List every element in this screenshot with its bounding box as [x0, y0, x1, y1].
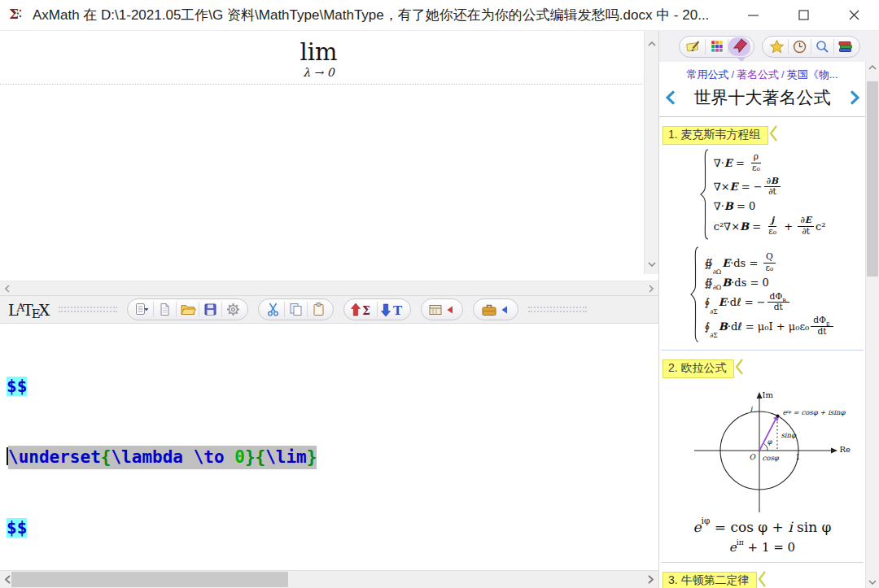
- sidebar-tab-bar: [659, 31, 879, 62]
- minimize-button[interactable]: [728, 0, 778, 30]
- toolbox-group: [473, 298, 518, 320]
- maxwell-int-eq-3[interactable]: ∮∂Σ E·dℓ = −dΦBdt: [704, 292, 834, 313]
- code-line-1[interactable]: $$: [7, 375, 658, 399]
- maxwell-differential-system[interactable]: ∇·E = ρε₀ ∇×E = −∂B∂t ∇·B = 0 c²∇×B = jε…: [659, 149, 865, 240]
- breadcrumb-link-famous[interactable]: 著名公式: [737, 68, 779, 81]
- unit-i-label: i: [750, 405, 753, 413]
- svg-text:Σ: Σ: [362, 304, 370, 317]
- horizontal-scrollbar-thumb[interactable]: [11, 572, 288, 587]
- menu-dropdown-button[interactable]: [131, 300, 153, 319]
- selected-tab-pointer: [737, 58, 746, 62]
- preview-vertical-scrollbar[interactable]: [644, 31, 658, 274]
- maxwell-int-eq-1[interactable]: ∯∂Ω E·ds = Qε₀: [704, 252, 834, 273]
- close-button[interactable]: [829, 0, 879, 30]
- axis-label-re: Re: [840, 445, 851, 454]
- clipboard-button-group: [258, 298, 334, 320]
- symbol-panel-group: [421, 298, 463, 320]
- latex-code-editor[interactable]: $$ \underset{\lambda \to 0}{\lim} $$: [0, 324, 658, 570]
- left-brace: [689, 246, 700, 342]
- scroll-up-icon[interactable]: [648, 35, 656, 50]
- sin-phi-label: sinφ: [781, 431, 797, 439]
- settings-gear-icon[interactable]: [222, 300, 244, 319]
- insert-text-down-button[interactable]: T: [378, 300, 407, 319]
- euler-formula[interactable]: eiφ = cos φ + i sin φ: [659, 519, 865, 535]
- window-controls: [728, 0, 879, 30]
- next-page-chevron[interactable]: [851, 90, 859, 105]
- selected-code: \underset{\lambda \to 0}{\lim}: [8, 446, 317, 469]
- maxwell-int-eq-4[interactable]: ∮∂Σ B·dℓ = μ₀I + μ₀ε₀dΦEdt: [704, 316, 834, 337]
- app-logo-icon: Σ: [8, 6, 26, 24]
- maxwell-eq-4[interactable]: c²∇×B = jε₀ + ∂E∂tc²: [714, 216, 826, 237]
- maxwell-eq-2[interactable]: ∇×E = −∂B∂t: [714, 176, 826, 198]
- tag-chevron-icon: [769, 124, 778, 146]
- maxwell-integral-system[interactable]: ∯∂Ω E·ds = Qε₀ ∯∂Ω B·ds = 0 ∮∂Σ E·dℓ = −…: [659, 246, 865, 342]
- euler-unit-circle-diagram[interactable]: Im Re i 1 O φ cosφ sinφ eiφ = cosφ + isi…: [665, 382, 860, 514]
- new-document-button[interactable]: [154, 300, 176, 319]
- copy-button[interactable]: [285, 300, 307, 319]
- maxwell-int-eq-2[interactable]: ∯∂Ω B·ds = 0: [704, 277, 834, 289]
- favorites-star-tab[interactable]: [766, 37, 788, 56]
- code-line-2[interactable]: \underset{\lambda \to 0}{\lim}: [7, 446, 658, 469]
- scroll-down-icon[interactable]: [866, 580, 879, 585]
- sidebar-vertical-scrollbar[interactable]: [865, 62, 879, 588]
- section-3-header: 3. 牛顿第二定律: [663, 570, 865, 588]
- sidebar-scrollbar-thumb[interactable]: [867, 81, 878, 277]
- formula-lim-subscript: λ → 0: [0, 66, 637, 79]
- editor-column: lim λ → 0 L A T E: [0, 31, 659, 588]
- tag-chevron-icon: [758, 570, 767, 588]
- toolbox-toggle-button[interactable]: [477, 300, 514, 319]
- maxwell-eq-1[interactable]: ∇·E = ρε₀: [714, 152, 826, 173]
- breadcrumb-link-uk[interactable]: 英国《物...: [787, 68, 838, 81]
- latex-logo: L A T E X: [8, 301, 49, 319]
- sidebar-browse-tab-group: [762, 36, 860, 58]
- scroll-left-icon[interactable]: [5, 573, 11, 587]
- previous-page-chevron[interactable]: [666, 90, 675, 105]
- library-books-tab[interactable]: [834, 37, 856, 56]
- maximize-button[interactable]: [778, 0, 829, 30]
- page-guide-dotted-line: [0, 84, 642, 85]
- scroll-right-icon[interactable]: [649, 281, 654, 296]
- toolbar-grip-dots: [528, 307, 587, 312]
- bookmarks-tab-selected[interactable]: [728, 37, 750, 56]
- category-title: 世界十大著名公式: [694, 86, 831, 109]
- send-formula-up-button[interactable]: Σ: [348, 300, 377, 319]
- category-title-row: 世界十大著名公式: [659, 86, 865, 117]
- scroll-down-icon[interactable]: [648, 255, 656, 270]
- breadcrumb-link-common[interactable]: 常用公式: [686, 68, 728, 81]
- scroll-up-icon[interactable]: [866, 65, 879, 70]
- origin-label: O: [750, 453, 755, 461]
- scroll-left-icon[interactable]: [5, 281, 10, 296]
- rendered-formula[interactable]: lim λ → 0: [0, 39, 637, 79]
- code-horizontal-scrollbar[interactable]: [0, 570, 658, 588]
- formula-library-sidebar: 常用公式/著名公式/英国《物... 世界十大著名公式 1. 麦克斯韦方程组: [659, 31, 879, 588]
- open-folder-button[interactable]: [177, 300, 199, 319]
- latex-toolbar: L A T E X: [0, 296, 658, 324]
- formula-lim: lim: [0, 39, 637, 65]
- formula-library-content: 常用公式/著名公式/英国《物... 世界十大著名公式 1. 麦克斯韦方程组: [659, 62, 879, 588]
- tag-chevron-icon: [735, 358, 744, 379]
- symbol-grid-tab[interactable]: [706, 37, 728, 56]
- section-divider: [661, 562, 864, 563]
- section-1-header: 1. 麦克斯韦方程组: [663, 124, 865, 146]
- transfer-button-group: Σ T: [343, 298, 411, 320]
- paste-clipboard-button[interactable]: [308, 300, 330, 319]
- euler-identity[interactable]: eiπ + 1 = 0: [659, 540, 865, 555]
- symbol-panel-toggle-button[interactable]: [425, 300, 459, 319]
- maxwell-eq-3[interactable]: ∇·B = 0: [714, 200, 826, 212]
- save-button[interactable]: [199, 300, 221, 319]
- scroll-right-icon[interactable]: [648, 573, 654, 587]
- axis-label-im: Im: [763, 390, 773, 399]
- preview-horizontal-scrollbar[interactable]: [0, 281, 658, 296]
- code-line-3[interactable]: $$: [7, 516, 658, 540]
- euler-point-label: eiφ = cosφ + isinφ: [783, 408, 846, 416]
- section-2-tag: 2. 欧拉公式: [663, 359, 734, 378]
- unit-1-label: 1: [796, 453, 801, 461]
- breadcrumb: 常用公式/著名公式/英国《物...: [659, 68, 865, 82]
- handwriting-input-tab[interactable]: [683, 37, 705, 56]
- recent-clock-tab[interactable]: [789, 37, 811, 56]
- cut-scissors-icon[interactable]: [262, 300, 284, 319]
- formula-preview-canvas[interactable]: lim λ → 0: [0, 31, 658, 281]
- section-1-tag: 1. 麦克斯韦方程组: [663, 126, 768, 145]
- search-tab[interactable]: [811, 37, 833, 56]
- cos-phi-label: cosφ: [763, 454, 779, 462]
